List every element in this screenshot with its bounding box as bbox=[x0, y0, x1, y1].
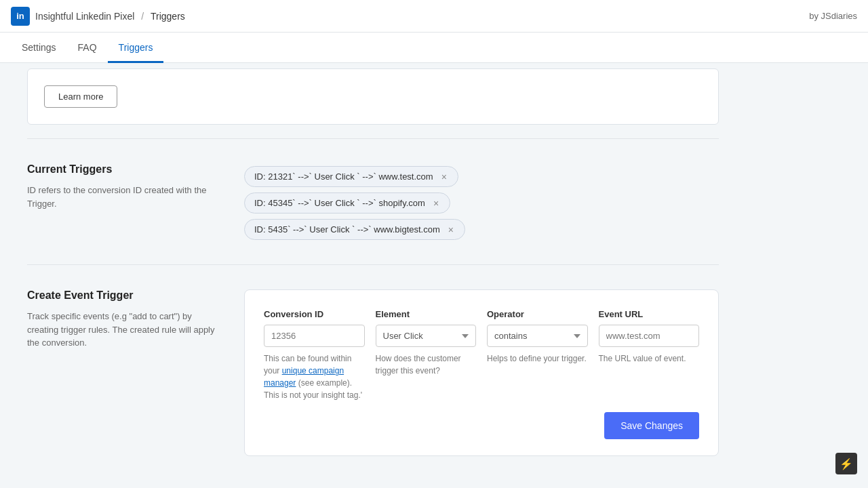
flash-icon[interactable]: ⚡ bbox=[835, 453, 857, 474]
current-triggers-left: Current Triggers ID refers to the conver… bbox=[27, 163, 217, 240]
form-grid: Conversion ID This can be found within y… bbox=[264, 309, 699, 401]
tab-settings[interactable]: Settings bbox=[11, 33, 67, 63]
info-card: Learn more bbox=[27, 68, 719, 125]
conversion-id-input[interactable] bbox=[264, 325, 365, 347]
trigger-tag-2-close[interactable]: × bbox=[447, 225, 455, 235]
main-content: Learn more Current Triggers ID refers to… bbox=[0, 68, 746, 488]
current-triggers-section: Current Triggers ID refers to the conver… bbox=[27, 150, 719, 253]
element-select[interactable]: User Click Page View Form Submit bbox=[376, 325, 477, 347]
current-triggers-right: ID: 21321` -->` User Click ` -->` www.te… bbox=[244, 163, 719, 240]
operator-hint: Helps to define your trigger. bbox=[487, 352, 588, 365]
trigger-tag-0-text: ID: 21321` -->` User Click ` -->` www.te… bbox=[254, 171, 433, 182]
conversion-id-field: Conversion ID This can be found within y… bbox=[264, 309, 365, 401]
create-trigger-right: Conversion ID This can be found within y… bbox=[244, 289, 719, 456]
event-url-field: Event URL The URL value of event. bbox=[599, 309, 700, 401]
logo: in Insightful Linkedin Pixel / Triggers bbox=[11, 7, 185, 26]
trigger-tag-1: ID: 45345` -->` User Click ` -->` shopif… bbox=[244, 192, 450, 214]
operator-select[interactable]: contains equals starts with ends with bbox=[487, 325, 588, 347]
event-url-hint: The URL value of event. bbox=[599, 352, 700, 365]
tab-faq[interactable]: FAQ bbox=[67, 33, 108, 63]
nav-tabs: Settings FAQ Triggers bbox=[0, 33, 868, 63]
operator-label: Operator bbox=[487, 309, 588, 319]
create-trigger-desc: Track specific events (e.g "add to cart"… bbox=[27, 310, 217, 350]
element-hint: How does the customer trigger this event… bbox=[376, 352, 477, 377]
tab-triggers[interactable]: Triggers bbox=[108, 33, 164, 63]
trigger-tag-2-text: ID: 5435` -->` User Click ` -->` www.big… bbox=[254, 224, 440, 235]
trigger-tag-0-close[interactable]: × bbox=[440, 172, 448, 182]
trigger-tag-2: ID: 5435` -->` User Click ` -->` www.big… bbox=[244, 219, 465, 240]
trigger-tags-list: ID: 21321` -->` User Click ` -->` www.te… bbox=[244, 163, 719, 240]
trigger-tag-0: ID: 21321` -->` User Click ` -->` www.te… bbox=[244, 166, 458, 187]
save-changes-button[interactable]: Save Changes bbox=[604, 412, 699, 439]
current-triggers-desc: ID refers to the conversion ID created w… bbox=[27, 184, 217, 210]
trigger-tag-1-text: ID: 45345` -->` User Click ` -->` shopif… bbox=[254, 198, 425, 208]
element-field: Element User Click Page View Form Submit… bbox=[376, 309, 477, 401]
create-trigger-left: Create Event Trigger Track specific even… bbox=[27, 289, 217, 456]
conversion-id-label: Conversion ID bbox=[264, 309, 365, 319]
create-trigger-title: Create Event Trigger bbox=[27, 289, 217, 302]
header-title: Insightful Linkedin Pixel / Triggers bbox=[35, 11, 185, 22]
trigger-tag-1-close[interactable]: × bbox=[432, 199, 440, 208]
current-triggers-title: Current Triggers bbox=[27, 163, 217, 176]
breadcrumb-separator: / bbox=[141, 11, 144, 22]
form-actions: Save Changes bbox=[264, 412, 699, 439]
author-label: by JSdiaries bbox=[809, 11, 857, 21]
create-trigger-section: Create Event Trigger Track specific even… bbox=[27, 276, 719, 470]
element-label: Element bbox=[376, 309, 477, 319]
logo-icon: in bbox=[11, 7, 30, 26]
operator-field: Operator contains equals starts with end… bbox=[487, 309, 588, 401]
conversion-id-hint: This can be found within your unique cam… bbox=[264, 352, 365, 401]
event-url-label: Event URL bbox=[599, 309, 700, 319]
learn-more-button[interactable]: Learn more bbox=[44, 85, 117, 108]
event-url-input[interactable] bbox=[599, 325, 700, 347]
divider-1 bbox=[27, 138, 719, 139]
header: in Insightful Linkedin Pixel / Triggers … bbox=[0, 0, 868, 33]
divider-2 bbox=[27, 264, 719, 265]
create-trigger-card: Conversion ID This can be found within y… bbox=[244, 289, 719, 456]
